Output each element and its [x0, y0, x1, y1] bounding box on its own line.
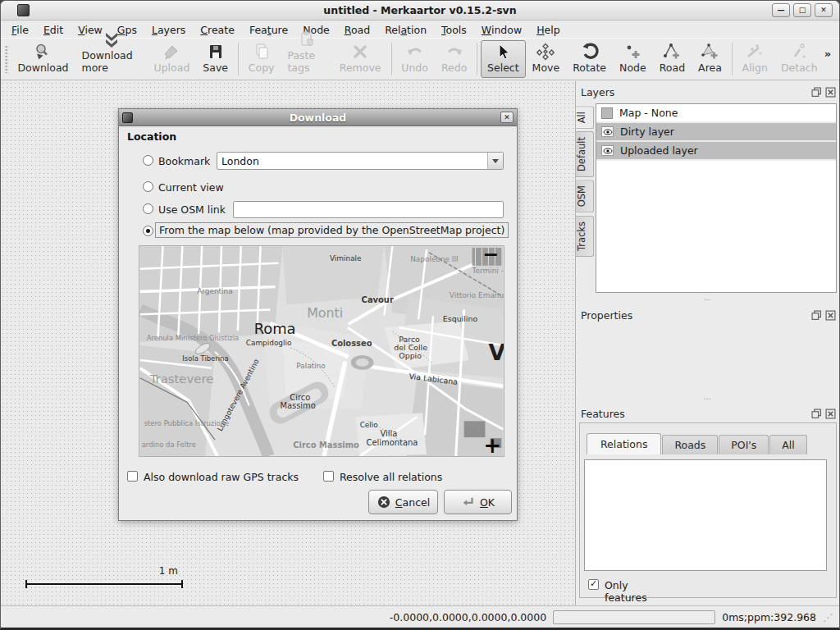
features-tab-all[interactable]: All [769, 435, 807, 454]
save-button[interactable]: Save [196, 40, 235, 78]
map-zoom-out-button[interactable]: − [482, 246, 499, 266]
map-label: stero Pubblica Istruzione [144, 419, 230, 427]
current-view-radio[interactable] [143, 181, 153, 192]
menu-item[interactable]: Tools [434, 22, 474, 38]
map-label: Trastevere [149, 372, 214, 386]
layers-float-icon[interactable] [811, 87, 822, 98]
coordinates-readout: -0.0000,0.0000,0.0000,0.0000 [390, 611, 546, 623]
layers-tab-osm[interactable]: OSM [576, 180, 594, 212]
menu-item[interactable]: Edit [36, 22, 71, 38]
map-label: Viminale [330, 254, 362, 262]
bookmark-combobox[interactable]: London [217, 152, 504, 170]
road-icon [662, 42, 682, 62]
rotate-tool-button[interactable]: Rotate [566, 40, 613, 78]
features-tab-pois[interactable]: POI's [719, 435, 769, 454]
road-tool-button[interactable]: Road [653, 40, 692, 78]
dock-splitter[interactable]: ⋯ [576, 296, 840, 303]
menu-item[interactable]: Window [474, 22, 529, 38]
cancel-button[interactable]: Cancel [368, 490, 438, 514]
remove-button[interactable]: Remove [333, 40, 388, 78]
move-icon [536, 42, 555, 62]
dialog-title: Download [119, 112, 517, 124]
map-label: Villa [380, 429, 397, 438]
toolbar-separator [391, 43, 392, 75]
toolbar-separator [732, 43, 733, 75]
features-close-icon[interactable] [825, 409, 836, 419]
bookmark-radio[interactable] [143, 155, 153, 166]
node-tool-button[interactable]: Node [613, 40, 653, 78]
scale-label: 1 m [159, 565, 178, 577]
menu-item[interactable]: Create [193, 22, 242, 38]
redo-icon [445, 42, 464, 62]
features-tab-relations[interactable]: Relations [587, 433, 661, 454]
menu-item[interactable]: Road [337, 22, 377, 38]
layer-visibility-checkbox[interactable] [601, 107, 613, 119]
save-icon [206, 42, 226, 62]
gps-tracks-checkbox[interactable] [127, 471, 138, 482]
properties-close-icon[interactable] [825, 310, 836, 321]
resolve-relations-checkbox[interactable] [323, 471, 334, 482]
layer-row-uploaded[interactable]: Uploaded layer [596, 142, 836, 161]
features-list[interactable] [584, 459, 827, 571]
statusbar: -0.0000,0.0000,0.0000,0.0000 0ms;ppm:392… [1, 605, 839, 628]
eye-icon[interactable] [601, 126, 614, 137]
move-tool-button[interactable]: Move [526, 40, 567, 78]
layers-close-icon[interactable] [825, 87, 836, 98]
dialog-map[interactable]: Viminale Napoleone III Termini - La Arge… [139, 245, 504, 457]
eye-icon[interactable] [601, 145, 614, 156]
detach-icon [789, 42, 809, 62]
layers-tab-tracks[interactable]: Tracks [576, 216, 594, 257]
detach-button[interactable]: Detach [774, 40, 824, 78]
map-label: Napoleone III [410, 255, 459, 263]
dock-splitter[interactable]: ⋯ [576, 395, 840, 402]
toolbar-overflow-chevron[interactable]: » [824, 48, 838, 71]
map-label: Isola Tiberina [182, 354, 228, 363]
from-map-radio[interactable] [143, 226, 153, 236]
dialog-titlebar[interactable]: Download ✕ [119, 109, 517, 126]
app-window: untitled - Merkaartor v0.15.2-svn — □ ✕ … [0, 0, 840, 630]
scale-line [25, 583, 183, 585]
menu-item[interactable]: Help [529, 22, 568, 38]
render-metrics: 0ms;ppm:392.968 [722, 611, 816, 623]
map-watermark: V [488, 340, 504, 365]
osm-link-radio[interactable] [143, 203, 153, 214]
features-dock-header: Features [576, 405, 840, 422]
osm-link-input[interactable] [233, 201, 504, 218]
features-tab-roads[interactable]: Roads [662, 435, 718, 454]
resize-grip[interactable]: ⋰ [823, 614, 833, 622]
paste-tags-button[interactable]: Paste tags [281, 40, 332, 78]
menu-item[interactable]: Layers [144, 22, 193, 38]
layers-list: Map - None Dirty layer Uploaded layer [596, 103, 837, 293]
features-float-icon[interactable] [811, 409, 822, 419]
toolbar-handle[interactable] [5, 45, 8, 73]
redo-button[interactable]: Redo [435, 40, 473, 78]
menu-item[interactable]: Feature [242, 22, 295, 38]
menu-item[interactable]: File [4, 22, 36, 38]
current-view-label: Current view [158, 181, 224, 194]
undo-button[interactable]: Undo [395, 40, 435, 78]
properties-float-icon[interactable] [811, 310, 822, 321]
location-group-label: Location [127, 130, 176, 143]
copy-button[interactable]: Copy [242, 40, 281, 78]
select-tool-button[interactable]: Select [481, 40, 526, 78]
paste-tags-icon [297, 30, 317, 49]
from-map-label: From the map below (map provided by the … [155, 222, 509, 238]
map-zoom-in-button[interactable]: + [483, 433, 501, 456]
layers-tab-default[interactable]: Default [576, 131, 594, 177]
copy-icon [252, 42, 272, 62]
layer-row-map-none[interactable]: Map - None [596, 104, 836, 123]
map-label: Circo Massimo [293, 441, 359, 450]
download-more-button[interactable]: Download more [75, 40, 148, 78]
ok-button[interactable]: OK [444, 490, 512, 514]
download-button[interactable]: Download [11, 40, 75, 78]
area-icon [700, 42, 719, 62]
menu-item[interactable]: Relation [377, 22, 434, 38]
layers-tab-all[interactable]: All [576, 106, 594, 129]
upload-button[interactable]: Upload [148, 40, 197, 78]
viewport-only-checkbox[interactable] [588, 579, 599, 590]
align-button[interactable]: Align [736, 40, 774, 78]
map-label: Circo [290, 393, 310, 402]
map-label: ardino da Feltre [142, 441, 196, 449]
area-tool-button[interactable]: Area [692, 40, 728, 78]
layer-row-dirty[interactable]: Dirty layer [596, 123, 836, 142]
